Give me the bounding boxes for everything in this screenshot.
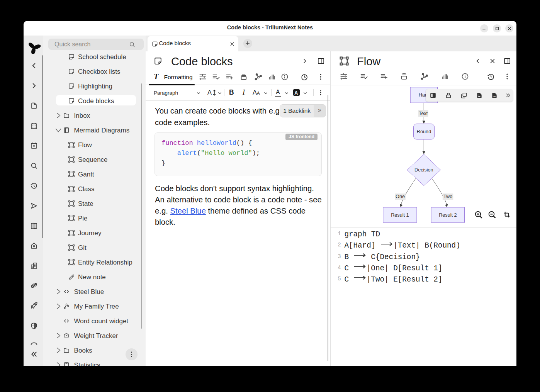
svg-text:PNG: PNG xyxy=(493,96,496,97)
svg-text:Decision: Decision xyxy=(414,167,433,173)
svg-text:Text: Text xyxy=(419,111,428,116)
svg-text:One: One xyxy=(396,194,405,199)
svg-text:Two: Two xyxy=(443,194,452,199)
svg-text:Round: Round xyxy=(417,129,431,134)
svg-text:Result 2: Result 2 xyxy=(439,212,457,217)
svg-text:Result 1: Result 1 xyxy=(391,212,409,217)
